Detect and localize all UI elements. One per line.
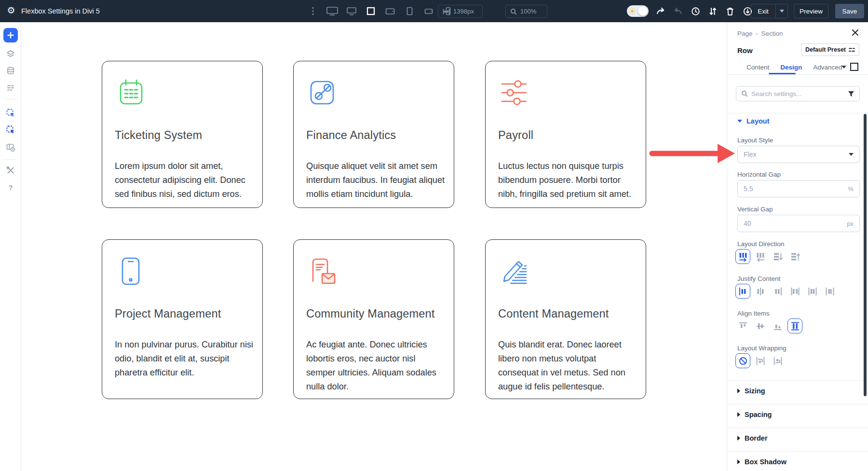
blurb-card-community[interactable]: Community Management Ac feugiat ante. Do… bbox=[293, 239, 454, 399]
breadcrumb[interactable]: Page › Section bbox=[737, 30, 783, 37]
align-flex-start-option[interactable] bbox=[735, 319, 750, 333]
caret-right-icon bbox=[737, 459, 740, 464]
justify-space-evenly-option[interactable] bbox=[822, 284, 837, 299]
direction-column-reverse-option[interactable] bbox=[787, 249, 802, 264]
direction-row-option[interactable] bbox=[735, 249, 750, 264]
database-icon[interactable] bbox=[6, 66, 15, 76]
left-sidebar: ? bbox=[0, 22, 21, 471]
divider bbox=[727, 113, 868, 113]
canvas-zoom-input[interactable]: 100% bbox=[505, 5, 547, 18]
vertical-gap-field: px bbox=[737, 215, 860, 232]
wireframe-icon[interactable] bbox=[6, 83, 15, 93]
blurb-card-project[interactable]: Project Management In non pulvinar purus… bbox=[102, 239, 263, 399]
drag-dots-icon[interactable] bbox=[307, 5, 319, 17]
layers-icon[interactable] bbox=[6, 49, 15, 59]
tools-icon[interactable] bbox=[6, 166, 15, 175]
direction-column-option[interactable] bbox=[770, 249, 785, 264]
card-title: Payroll bbox=[498, 129, 633, 142]
add-module-button[interactable] bbox=[3, 28, 18, 42]
exit-button[interactable]: Exit bbox=[750, 4, 775, 18]
justify-space-around-option[interactable] bbox=[805, 284, 820, 299]
document-mail-icon bbox=[306, 255, 338, 287]
align-center-option[interactable] bbox=[753, 319, 768, 333]
search-settings-input[interactable] bbox=[751, 90, 844, 97]
section-header-spacing[interactable]: Spacing bbox=[737, 411, 772, 418]
search-icon bbox=[741, 90, 748, 97]
search-settings-box[interactable] bbox=[736, 86, 860, 101]
justify-flex-start-option[interactable] bbox=[735, 284, 750, 299]
insert-row-icon[interactable] bbox=[6, 125, 15, 135]
close-panel-button[interactable] bbox=[852, 29, 859, 37]
layout-style-select[interactable]: Flex bbox=[737, 146, 860, 163]
justify-content-options bbox=[735, 284, 837, 299]
sort-arrows-icon[interactable] bbox=[707, 5, 719, 17]
card-title: Content Management bbox=[498, 307, 633, 320]
section-header-box-shadow[interactable]: Box Shadow bbox=[737, 458, 787, 466]
align-flex-end-option[interactable] bbox=[770, 319, 785, 333]
layout-direction-label: Layout Direction bbox=[737, 240, 785, 248]
desktop-large-icon[interactable] bbox=[326, 5, 339, 17]
trash-icon[interactable] bbox=[724, 5, 736, 17]
caret-right-icon bbox=[737, 436, 740, 441]
light-dark-mode-toggle[interactable] bbox=[627, 5, 649, 17]
expand-panel-icon[interactable] bbox=[850, 63, 858, 71]
justify-flex-end-option[interactable] bbox=[770, 284, 785, 299]
save-button[interactable]: Save bbox=[835, 4, 864, 18]
section-title: Box Shadow bbox=[745, 458, 787, 466]
responsive-device-switcher bbox=[307, 0, 454, 22]
breadcrumb-parent[interactable]: Page bbox=[737, 30, 753, 37]
panel-scrollbar[interactable] bbox=[864, 114, 867, 396]
filter-funnel-icon[interactable] bbox=[848, 91, 854, 97]
tab-content[interactable]: Content bbox=[746, 64, 769, 71]
section-header-border[interactable]: Border bbox=[737, 434, 768, 442]
desktop-icon[interactable] bbox=[345, 5, 358, 17]
justify-content-label: Justify Content bbox=[737, 275, 780, 282]
square-viewport-icon-active[interactable] bbox=[365, 5, 377, 17]
direction-row-reverse-option[interactable] bbox=[753, 249, 768, 264]
tab-advanced[interactable]: Advanced bbox=[813, 64, 842, 71]
exit-dropdown-button[interactable] bbox=[775, 4, 788, 18]
help-icon[interactable]: ? bbox=[6, 182, 15, 192]
builder-canvas[interactable]: Ticketing System Lorem ipsum dolor sit a… bbox=[22, 22, 727, 471]
plus-icon bbox=[7, 32, 14, 39]
card-title: Project Management bbox=[115, 307, 250, 320]
layout-history-icon[interactable] bbox=[6, 142, 15, 152]
tablet-portrait-icon[interactable] bbox=[403, 5, 416, 17]
blurb-card-finance[interactable]: Finance Analytics Quisque aliquet velit … bbox=[293, 61, 454, 208]
tabs-dropdown-icon[interactable] bbox=[841, 66, 846, 69]
align-stretch-option[interactable] bbox=[787, 319, 802, 333]
blurb-card-content[interactable]: Content Management Quis blandit erat. Do… bbox=[485, 239, 646, 399]
close-icon bbox=[852, 29, 859, 36]
wrap-option[interactable] bbox=[753, 353, 768, 368]
divider bbox=[727, 428, 868, 428]
blurb-card-payroll[interactable]: Payroll Luctus lectus non quisque turpis… bbox=[485, 61, 646, 208]
insert-module-icon[interactable] bbox=[6, 108, 15, 118]
caret-right-icon bbox=[737, 412, 740, 417]
section-title: Layout bbox=[746, 117, 770, 125]
card-title: Finance Analytics bbox=[306, 129, 441, 142]
justify-space-between-option[interactable] bbox=[787, 284, 802, 299]
canvas-width-input[interactable]: 1398px bbox=[438, 5, 483, 18]
vertical-gap-input[interactable] bbox=[744, 220, 835, 227]
tablet-landscape-icon[interactable] bbox=[384, 5, 396, 17]
breadcrumb-child[interactable]: Section bbox=[761, 30, 783, 37]
tab-design[interactable]: Design bbox=[780, 64, 802, 71]
settings-panel: Page › Section Row Default Preset Conten… bbox=[727, 22, 868, 471]
section-header-layout[interactable]: Layout bbox=[737, 117, 770, 125]
top-toolbar: ⚙ Flexbox Settings in Divi 5 1398px bbox=[0, 0, 868, 22]
history-icon[interactable] bbox=[690, 5, 701, 17]
undo-icon[interactable] bbox=[655, 5, 666, 17]
redo-icon[interactable] bbox=[672, 5, 684, 17]
preview-button[interactable]: Preview bbox=[794, 4, 828, 18]
phone-landscape-icon[interactable] bbox=[422, 5, 435, 17]
blurb-card-ticketing[interactable]: Ticketing System Lorem ipsum dolor sit a… bbox=[102, 61, 263, 208]
wrap-none-option[interactable] bbox=[735, 353, 750, 368]
justify-center-option[interactable] bbox=[753, 284, 768, 299]
settings-gear-icon[interactable]: ⚙ bbox=[6, 5, 16, 16]
horizontal-gap-input[interactable] bbox=[744, 185, 835, 193]
wrap-reverse-option[interactable] bbox=[770, 353, 785, 368]
sidebar-divider bbox=[5, 99, 16, 99]
select-caret-icon bbox=[849, 153, 854, 156]
default-preset-button[interactable]: Default Preset bbox=[801, 43, 859, 56]
section-header-sizing[interactable]: Sizing bbox=[737, 387, 765, 395]
